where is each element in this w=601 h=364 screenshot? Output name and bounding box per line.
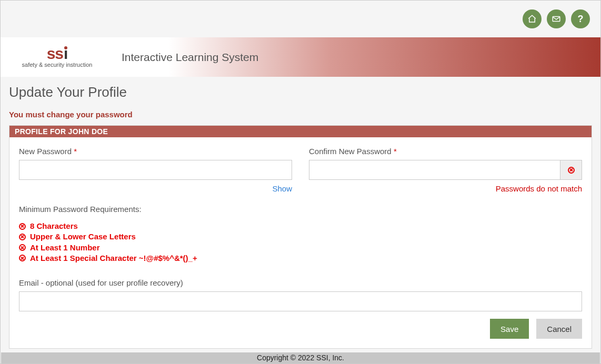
- home-button[interactable]: [523, 9, 542, 28]
- invalid-icon: [19, 255, 26, 261]
- banner-title: Interactive Learning System: [122, 51, 258, 64]
- topbar: ?: [1, 1, 600, 37]
- cancel-button[interactable]: Cancel: [536, 319, 582, 339]
- requirements-title: Minimum Password Requirements:: [19, 205, 582, 214]
- requirement-text: At Least 1 Number: [30, 242, 100, 253]
- show-password-link[interactable]: Show: [19, 184, 292, 193]
- requirement-text: 8 Characters: [30, 221, 78, 231]
- requirement-item: Upper & Lower Case Letters: [19, 231, 582, 242]
- password-change-alert: You must change your password: [9, 110, 592, 119]
- requirement-item: At Least 1 Special Character ~!@#$%^&*()…: [19, 253, 582, 264]
- email-input[interactable]: [19, 291, 582, 311]
- panel-header: PROFILE FOR JOHN DOE: [9, 126, 592, 137]
- profile-panel: PROFILE FOR JOHN DOE New Password * Show…: [9, 125, 592, 349]
- help-icon: ?: [578, 14, 584, 25]
- footer: Copyright © 2022 SSI, Inc.: [1, 352, 600, 363]
- confirm-password-label: Confirm New Password *: [309, 147, 582, 156]
- mail-button[interactable]: [547, 9, 566, 28]
- save-button[interactable]: Save: [490, 319, 529, 339]
- new-password-col: New Password * Show: [19, 147, 292, 193]
- content: Update Your Profile You must change your…: [1, 77, 600, 349]
- required-asterisk: *: [394, 147, 397, 156]
- requirements-list: 8 Characters Upper & Lower Case Letters …: [19, 221, 582, 264]
- invalid-icon: [19, 234, 26, 240]
- banner: ssı safety & security instruction Intera…: [1, 37, 600, 77]
- panel-body: New Password * Show Confirm New Password…: [9, 137, 592, 348]
- help-button[interactable]: ?: [571, 9, 590, 28]
- new-password-input[interactable]: [19, 160, 292, 180]
- invalid-icon: [19, 223, 26, 230]
- no-match-message: Passwords do not match: [309, 184, 582, 193]
- mail-icon: [552, 14, 561, 24]
- requirement-text: Upper & Lower Case Letters: [30, 231, 136, 242]
- invalid-icon: [568, 167, 575, 174]
- new-password-label: New Password *: [19, 147, 292, 156]
- logo-tagline: safety & security instruction: [22, 62, 93, 68]
- new-password-label-text: New Password: [19, 147, 72, 156]
- email-label: Email - optional (used for user profile …: [19, 278, 582, 287]
- actions: Save Cancel: [19, 319, 582, 339]
- required-asterisk: *: [74, 147, 77, 156]
- requirement-item: 8 Characters: [19, 221, 582, 231]
- logo-wordmark: ssı: [47, 46, 68, 60]
- logo: ssı safety & security instruction: [3, 37, 111, 77]
- confirm-password-group: [309, 160, 582, 180]
- confirm-password-status: [560, 160, 582, 180]
- page-title: Update Your Profile: [9, 84, 592, 100]
- invalid-icon: [19, 244, 26, 251]
- home-icon: [527, 14, 537, 24]
- requirement-item: At Least 1 Number: [19, 242, 582, 253]
- confirm-password-col: Confirm New Password * Passwords do not …: [309, 147, 582, 193]
- confirm-password-label-text: Confirm New Password: [309, 147, 392, 156]
- confirm-password-input[interactable]: [309, 160, 560, 180]
- requirement-text: At Least 1 Special Character ~!@#$%^&*()…: [30, 253, 197, 264]
- password-row: New Password * Show Confirm New Password…: [19, 147, 582, 193]
